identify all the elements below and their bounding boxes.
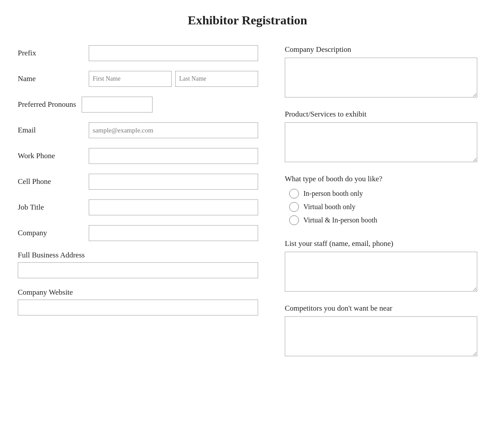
page-title: Exhibitor Registration — [18, 13, 477, 27]
company-row: Company — [18, 225, 258, 241]
company-website-label: Company Website — [18, 288, 258, 297]
prefix-input[interactable] — [89, 45, 258, 61]
booth-radio-inperson-label: In-person booth only — [303, 190, 363, 198]
booth-radio-both[interactable] — [289, 215, 299, 225]
work-phone-label: Work Phone — [18, 152, 89, 160]
pronouns-input[interactable] — [82, 97, 153, 113]
booth-type-label: What type of booth do you like? — [285, 175, 477, 183]
products-label: Product/Services to exhibit — [285, 110, 477, 119]
full-address-label: Full Business Address — [18, 251, 258, 260]
name-inputs — [89, 71, 258, 87]
first-name-input[interactable] — [89, 71, 172, 87]
competitors-input[interactable] — [285, 316, 477, 356]
company-description-input[interactable] — [285, 58, 477, 97]
cell-phone-input[interactable] — [89, 174, 258, 190]
name-row: Name — [18, 71, 258, 87]
email-row: Email — [18, 122, 258, 138]
company-website-section: Company Website — [18, 288, 258, 316]
booth-radio-inperson[interactable] — [289, 189, 299, 199]
work-phone-row: Work Phone — [18, 148, 258, 164]
prefix-row: Prefix — [18, 45, 258, 61]
competitors-label: Competitors you don't want be near — [285, 304, 477, 313]
booth-type-section: What type of booth do you like? In-perso… — [285, 175, 477, 229]
company-input[interactable] — [89, 225, 258, 241]
booth-radio-virtual-label: Virtual booth only — [303, 203, 355, 211]
cell-phone-row: Cell Phone — [18, 174, 258, 190]
cell-phone-label: Cell Phone — [18, 177, 89, 186]
last-name-input[interactable] — [175, 71, 258, 87]
booth-option-inperson: In-person booth only — [285, 189, 477, 199]
name-label: Name — [18, 74, 89, 83]
work-phone-input[interactable] — [89, 148, 258, 164]
company-website-input[interactable] — [18, 300, 258, 316]
products-input[interactable] — [285, 122, 477, 162]
full-address-input[interactable] — [18, 262, 258, 278]
booth-radio-virtual[interactable] — [289, 202, 299, 212]
pronouns-row: Preferred Pronouns — [18, 97, 258, 113]
pronouns-label: Preferred Pronouns — [18, 100, 76, 109]
staff-section: List your staff (name, email, phone) — [285, 239, 477, 293]
products-section: Product/Services to exhibit — [285, 110, 477, 164]
booth-option-virtual: Virtual booth only — [285, 202, 477, 212]
staff-label: List your staff (name, email, phone) — [285, 239, 477, 248]
job-title-label: Job Title — [18, 203, 89, 212]
booth-option-both: Virtual & In-person booth — [285, 215, 477, 225]
booth-radio-both-label: Virtual & In-person booth — [303, 216, 377, 224]
email-label: Email — [18, 126, 89, 135]
email-input[interactable] — [89, 122, 258, 138]
company-label: Company — [18, 229, 89, 238]
company-description-label: Company Description — [285, 45, 477, 54]
company-description-section: Company Description — [285, 45, 477, 99]
full-address-section: Full Business Address — [18, 251, 258, 278]
staff-input[interactable] — [285, 252, 477, 292]
job-title-input[interactable] — [89, 199, 258, 215]
job-title-row: Job Title — [18, 199, 258, 215]
competitors-section: Competitors you don't want be near — [285, 304, 477, 358]
prefix-label: Prefix — [18, 49, 89, 58]
